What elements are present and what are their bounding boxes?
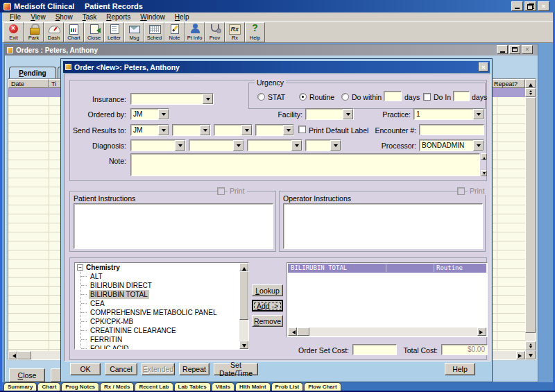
tree-node-bilirubin-total[interactable]: BILIRUBIN TOTAL [75, 290, 248, 299]
tree-node-alt[interactable]: ALT [75, 272, 248, 281]
orders-maximize-button[interactable] [509, 45, 520, 54]
list-scroll-thumb[interactable] [297, 327, 309, 336]
vertical-scrollbar[interactable] [525, 79, 536, 359]
add-button[interactable]: Add -> [252, 300, 283, 312]
menu-reports[interactable]: Reports [101, 13, 135, 21]
dropdown-arrow-icon[interactable] [200, 125, 210, 135]
encounter-input[interactable] [419, 124, 484, 135]
dropdown-arrow-icon[interactable] [283, 125, 293, 135]
note-scroll-up[interactable] [481, 153, 487, 160]
menu-task[interactable]: Task [78, 13, 102, 21]
chart-tab-flow-chart[interactable]: Flow Chart [304, 382, 341, 391]
list-horizontal-scrollbar[interactable] [288, 327, 486, 336]
toolbar-chart-button[interactable]: Chart [64, 22, 84, 42]
test-tree[interactable]: −ChemistryALTBILIRUBIN DIRECTBILIRUBIN T… [74, 262, 249, 350]
vertical-scroll-thumb[interactable] [525, 97, 536, 333]
send-results-select-2[interactable] [172, 124, 211, 136]
selected-order-item[interactable]: BILIRUBIN TOTAL Routine [288, 264, 486, 273]
order-set-cost-input[interactable] [352, 344, 397, 355]
diagnosis-select-3[interactable] [247, 139, 302, 151]
do-within-days-input[interactable] [384, 91, 402, 101]
print-default-label-checkbox[interactable] [298, 126, 306, 133]
note-scrollbar[interactable] [481, 153, 487, 176]
chart-tab-summary[interactable]: Summary [3, 382, 37, 391]
diagnosis-select-1[interactable] [130, 139, 186, 151]
tree-scroll-down[interactable] [239, 341, 248, 349]
repeat-button[interactable]: Repeat [179, 363, 210, 375]
dropdown-arrow-icon[interactable] [158, 125, 169, 135]
tree-scroll-thumb[interactable] [239, 271, 248, 320]
note-scroll-down[interactable] [481, 170, 487, 176]
diagnosis-select-2[interactable] [189, 139, 244, 151]
minimize-button[interactable] [511, 1, 523, 11]
dropdown-arrow-icon[interactable] [291, 140, 302, 151]
collapse-icon[interactable]: − [77, 264, 83, 271]
operator-instructions-textarea[interactable] [283, 203, 483, 249]
extended-button[interactable]: Extended [142, 363, 175, 375]
dropdown-arrow-icon[interactable] [158, 109, 169, 119]
processor-select[interactable]: BONDADMIN [419, 139, 484, 151]
scroll-page-up-button[interactable] [525, 88, 536, 97]
ordered-by-select[interactable]: JM [130, 108, 169, 120]
dropdown-arrow-icon[interactable] [241, 125, 252, 135]
ok-button[interactable]: OK [70, 363, 101, 375]
menu-file[interactable]: File [5, 13, 26, 21]
urgency-routine-radio[interactable] [299, 93, 307, 101]
tree-node-bilirubin-direct[interactable]: BILIRUBIN DIRECT [75, 281, 248, 290]
do-in-checkbox[interactable] [423, 93, 431, 101]
dialog-close-button[interactable]: × [479, 62, 488, 71]
menu-show[interactable]: Show [51, 13, 78, 21]
menu-view[interactable]: View [26, 13, 51, 21]
urgency-do-within-radio[interactable] [341, 93, 349, 101]
selected-orders-list[interactable]: BILIRUBIN TOTAL Routine [287, 262, 488, 337]
dropdown-arrow-icon[interactable] [473, 109, 484, 119]
toolbar-park-button[interactable]: Park [24, 22, 44, 42]
diagnosis-select-4[interactable] [305, 139, 341, 151]
tree-node-folic-acid[interactable]: FOLIC ACID [75, 344, 248, 350]
column-header-repeat[interactable]: Repeat? [491, 79, 525, 88]
chart-tab-prob-list[interactable]: Prob List [271, 382, 304, 391]
chart-tab-lab-tables[interactable]: Lab Tables [174, 382, 211, 391]
send-results-select-3[interactable] [214, 124, 253, 136]
chart-tab-hlth-maint[interactable]: Hlth Maint [235, 382, 271, 391]
toolbar-exit-button[interactable]: Exit [3, 22, 24, 42]
toolbar-prov-button[interactable]: Prov [205, 22, 225, 42]
list-scroll-left[interactable] [288, 327, 297, 336]
toolbar-help-button[interactable]: Help [245, 22, 265, 42]
scroll-right-button[interactable] [516, 351, 525, 359]
insurance-select[interactable] [130, 93, 214, 105]
print-patient-checkbox[interactable] [217, 187, 225, 195]
chart-tab-rx-meds[interactable]: Rx / Meds [100, 382, 134, 391]
dropdown-arrow-icon[interactable] [473, 140, 484, 151]
dropdown-arrow-icon[interactable] [330, 140, 341, 151]
dropdown-arrow-icon[interactable] [203, 94, 213, 104]
practice-select[interactable]: 1 [413, 108, 484, 120]
menu-help[interactable]: Help [170, 13, 194, 21]
scroll-down-button[interactable] [525, 350, 536, 359]
lookup-button[interactable]: Lookup [252, 284, 283, 296]
tree-node-comprehensive-metabolic-panel[interactable]: COMPREHENSIVE METABOLIC PANEL [75, 308, 248, 317]
toolbar-rx-button[interactable]: Rx [225, 22, 245, 42]
send-results-select-1[interactable]: JM [130, 124, 169, 136]
scroll-up-button[interactable] [525, 79, 536, 88]
tree-node-cea[interactable]: CEA [75, 299, 248, 308]
toolbar-close-button[interactable]: Close [84, 22, 104, 42]
chart-tab-vitals[interactable]: Vitals [212, 382, 234, 391]
tree-node-creatinine-clearance[interactable]: CREATININE CLEARANCE [75, 326, 248, 335]
toolbar-dash-button[interactable]: Dash [44, 22, 64, 42]
tree-scrollbar[interactable] [239, 263, 248, 349]
send-results-select-4[interactable] [255, 124, 294, 136]
close-button[interactable]: × [538, 1, 549, 11]
chart-tab-prog-notes[interactable]: Prog Notes [61, 382, 99, 391]
scroll-left-button[interactable] [8, 351, 17, 359]
chart-tab-chart[interactable]: Chart [37, 382, 60, 391]
toolbar-note-button[interactable]: Note [164, 22, 185, 42]
orders-minimize-button[interactable] [497, 45, 508, 54]
print-operator-checkbox[interactable] [457, 187, 465, 195]
tab-pending[interactable]: Pending [9, 67, 56, 78]
toolbar-msg-button[interactable]: Msg [124, 22, 144, 42]
tree-node-chemistry[interactable]: −Chemistry [75, 263, 248, 272]
cancel-button[interactable]: Cancel [105, 363, 137, 375]
dropdown-arrow-icon[interactable] [343, 109, 353, 119]
restore-button[interactable] [524, 1, 536, 11]
